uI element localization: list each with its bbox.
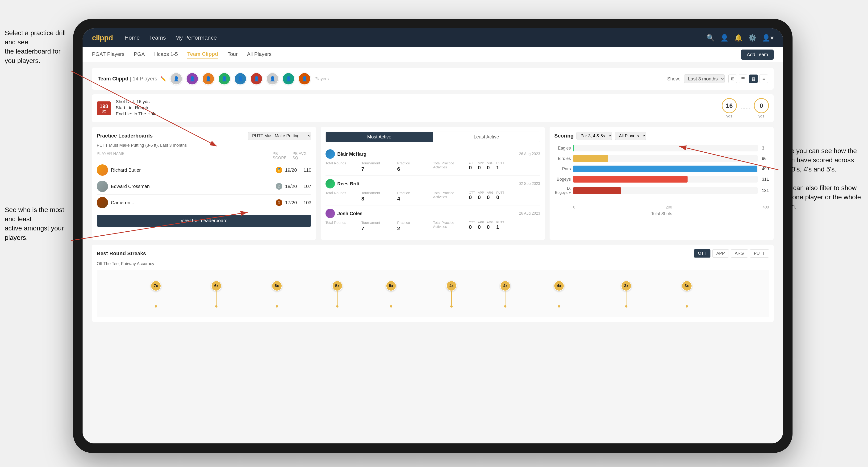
stat-practice-josh: Practice 2 (397, 220, 431, 231)
needle-line-4x-2 (505, 291, 505, 305)
logo: clippd (92, 33, 113, 42)
scoring-filter-par[interactable]: Par 3, 4 & 5s (577, 132, 612, 140)
lb-avatar-3 (97, 197, 108, 208)
needle-line-7x-1 (156, 291, 156, 305)
subnav-tour[interactable]: Tour (227, 51, 238, 58)
most-active-tab[interactable]: Most Active (326, 132, 433, 142)
lb-avatar-2 (97, 181, 108, 192)
person-icon[interactable]: 👤 (720, 34, 728, 42)
player-avatar-3: 👤 (202, 73, 214, 85)
subnav-hcaps[interactable]: Hcaps 1-5 (154, 51, 178, 58)
lb-badge-3: ③ (276, 199, 282, 206)
shot-info-card: 198 SC Shot Dist: 16 yds Start Lie: Roug… (92, 94, 774, 122)
table-view-icon[interactable]: ≡ (760, 74, 768, 83)
lb-name-1: Richard Butler (111, 167, 274, 173)
pc-name-josh: Josh Coles (337, 211, 517, 216)
needle-dot-4x-3 (558, 305, 560, 308)
card-view-icon[interactable]: ▦ (749, 74, 757, 83)
pc-date-blair: 26 Aug 2023 (519, 152, 540, 156)
needle-badge-3x-1: 3x (621, 281, 631, 291)
settings-icon[interactable]: ⚙️ (748, 34, 756, 42)
subnav-pga[interactable]: PGA (134, 51, 145, 58)
subnav-teamclippd[interactable]: Team Clippd (187, 51, 218, 59)
three-columns: Practice Leaderboards PUTT Must Make Put… (92, 127, 774, 240)
streaks-tab-arg[interactable]: ARG (731, 249, 748, 257)
nav-home[interactable]: Home (125, 34, 140, 41)
bar-container-dbogeys (573, 187, 757, 194)
scoring-title: Scoring (554, 133, 574, 139)
nav-myperformance[interactable]: My Performance (175, 34, 217, 41)
streaks-tab-putt[interactable]: PUTT (750, 249, 769, 257)
scoring-filter-players[interactable]: All Players (615, 132, 646, 140)
tablet-frame: clippd Home Teams My Performance 🔍 👤 🔔 ⚙… (73, 19, 793, 453)
view-leaderboard-button[interactable]: View Full Leaderboard (97, 215, 311, 227)
needle-badge-4x-1: 4x (446, 281, 457, 291)
grid-view-icon[interactable]: ⊞ (728, 74, 737, 83)
nav-teams[interactable]: Teams (149, 34, 166, 41)
stat-activities-label-rees: Total Practice Activities (433, 191, 467, 202)
annotation-top-left-text: Select a practice drill and see the lead… (5, 29, 66, 64)
lb-score-1: 19/20 (285, 167, 297, 173)
team-title: Team Clippd | 14 Players (98, 76, 158, 82)
annotation-bottom-left-text: See who is the most and least active amo… (5, 206, 64, 241)
bell-icon[interactable]: 🔔 (734, 34, 743, 42)
lb-row-3: Cameron... ③ 17/20 103 (97, 195, 311, 211)
total-shots-label: Total Shots (554, 211, 769, 216)
needle-dot-5x-1 (336, 305, 338, 308)
bar-label-bogeys: Bogeys (554, 177, 571, 182)
list-view-icon[interactable]: ☰ (739, 74, 747, 83)
streaks-tabs: OTT APP ARG PUTT (694, 249, 769, 257)
needle-dot-6x-2 (276, 305, 278, 308)
needle-6x-1: 6x (211, 281, 221, 308)
drill-select[interactable]: PUTT Must Make Putting ... (248, 132, 311, 140)
needle-6x-2: 6x (272, 281, 282, 308)
bar-container-birdies (573, 155, 757, 162)
needle-badge-3x-2: 3x (682, 281, 692, 291)
dash-line (741, 108, 750, 109)
edit-team-icon[interactable]: ✏️ (160, 76, 166, 81)
pc-name-blair: Blair McHarg (337, 151, 517, 157)
stat-tournament-josh: Tournament 7 (361, 220, 395, 231)
players-label: Players (314, 76, 329, 81)
needle-badge-6x-2: 6x (272, 281, 282, 291)
stat-practice-rees: Practice 4 (397, 191, 431, 202)
subnav-pgat[interactable]: PGAT Players (92, 51, 124, 58)
player-card-josh: Josh Coles 26 Aug 2023 Total Rounds Tour… (326, 206, 540, 235)
user-menu-icon[interactable]: 👤▾ (762, 34, 774, 42)
streaks-header: Best Round Streaks OTT APP ARG PUTT (97, 249, 769, 257)
search-icon[interactable]: 🔍 (706, 34, 715, 42)
lb-title: Practice Leaderboards (97, 133, 153, 139)
pc-date-rees: 02 Sep 2023 (519, 182, 540, 186)
player-avatar-9: 👤 (299, 73, 311, 85)
streaks-tab-ott[interactable]: OTT (694, 249, 710, 257)
lb-badge-2: ② (276, 183, 282, 190)
needle-3x-2: 3x (682, 281, 692, 308)
subnav-allplayers[interactable]: All Players (247, 51, 272, 58)
bar-fill-dbogeys (573, 187, 621, 194)
show-select[interactable]: Last 3 months Last 6 months Last year (684, 74, 724, 83)
drill-subtitle: PUTT Must Make Putting (3-6 ft), Last 3 … (97, 143, 311, 148)
needle-line-3x-1 (626, 291, 626, 305)
col-pb-avg: PB AVG SQ (292, 152, 311, 160)
lb-row-1: Richard Butler 🏅 19/20 110 (97, 162, 311, 178)
show-label: Show: (667, 76, 680, 82)
needle-5x-1: 5x (332, 281, 342, 308)
bar-fill-pars (573, 165, 757, 172)
player-avatar-2: 👤 (186, 73, 198, 85)
drill-full: PUTT Must Make Putting (3-6 ft), (97, 143, 159, 148)
top-nav: clippd Home Teams My Performance 🔍 👤 🔔 ⚙… (83, 28, 783, 47)
axis-0: 0 (573, 205, 575, 210)
needle-badge-5x-2: 5x (386, 281, 396, 291)
pc-date-josh: 26 Aug 2023 (519, 211, 540, 216)
stat-total-rounds-label: Total Rounds (326, 161, 360, 172)
streaks-tab-app[interactable]: APP (712, 249, 729, 257)
shot-dist-unit: SC (99, 110, 108, 113)
needle-dot-6x-1 (215, 305, 217, 308)
shot-dist-value: 198 (99, 103, 108, 109)
add-team-button[interactable]: Add Team (741, 50, 774, 60)
lb-name-3: Cameron... (111, 200, 274, 206)
bar-container-pars (573, 165, 757, 172)
player-card-header-blair: Blair McHarg 26 Aug 2023 (326, 149, 540, 159)
bar-fill-eagles (573, 145, 574, 151)
least-active-tab[interactable]: Least Active (433, 132, 540, 142)
